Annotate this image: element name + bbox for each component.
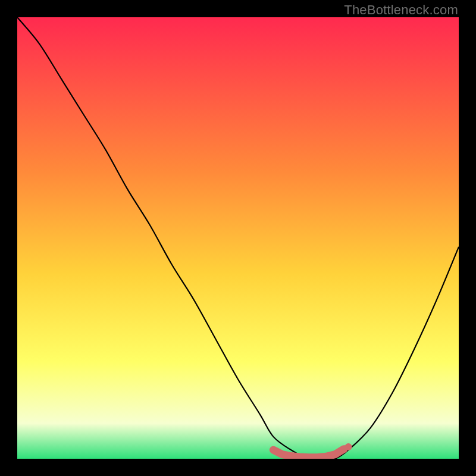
optimal-end-dot [345,443,352,450]
optimal-range-band [273,449,344,458]
chart-frame: TheBottleneck.com [0,0,476,476]
optimal-range-markers [273,443,352,458]
plot-area [17,17,459,459]
curve-layer [17,17,459,459]
bottleneck-curve [17,17,459,459]
watermark-text: TheBottleneck.com [344,2,458,18]
